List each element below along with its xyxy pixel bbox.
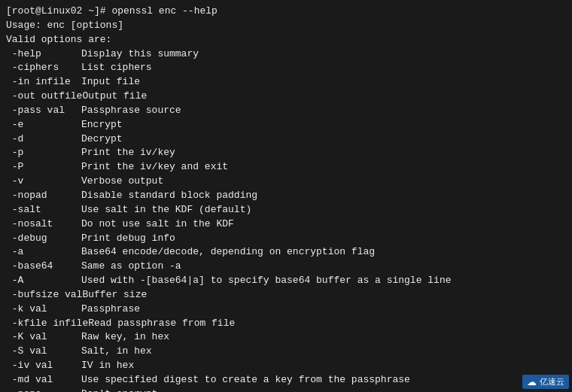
option-desc: Do not use salt in the KDF [81, 217, 234, 232]
terminal-line: -pass valPassphrase source [6, 104, 566, 118]
option-name: -P [6, 160, 81, 175]
option-name: -iv val [6, 359, 81, 373]
terminal-line: Valid options are: [6, 33, 566, 47]
option-desc: Display this summary [81, 47, 199, 62]
terminal-line: -kfile infileRead passphrase from file [6, 317, 566, 331]
terminal-line: -vVerbose output [6, 175, 566, 189]
option-desc: Use specified digest to create a key fro… [81, 373, 410, 387]
option-desc: Don't encrypt [81, 387, 157, 392]
option-desc: Print the iv/key [81, 146, 175, 160]
option-desc: Used with -[base64|a] to specify base64 … [81, 274, 451, 288]
output-line: Valid options are: [6, 33, 111, 47]
watermark-badge: ☁ 亿速云 [522, 375, 569, 389]
terminal-line: -k valPassphrase [6, 302, 566, 317]
terminal-line: -debugPrint debug info [6, 232, 566, 246]
option-desc: Same as option -a [81, 260, 181, 274]
option-name: -p [6, 146, 81, 160]
option-name: -kfile infile [6, 317, 88, 331]
option-name: -nosalt [6, 217, 81, 232]
terminal-line: -saltUse salt in the KDF (default) [6, 203, 566, 217]
option-desc: Use salt in the KDF (default) [81, 203, 251, 217]
option-name: -S val [6, 345, 81, 359]
option-desc: Decrypt [81, 132, 123, 147]
option-name: -pass val [6, 104, 81, 118]
output-line: Usage: enc [options] [6, 19, 123, 33]
option-desc: List ciphers [81, 61, 152, 75]
watermark-text: 亿速云 [540, 376, 564, 387]
option-desc: Print the iv/key and exit [81, 160, 228, 175]
option-name: -out outfile [6, 90, 82, 104]
option-name: -v [6, 175, 81, 189]
option-desc: Salt, in hex [81, 345, 152, 359]
option-name: -debug [6, 232, 81, 246]
option-name: -md val [6, 373, 81, 387]
option-name: -K val [6, 330, 81, 345]
option-name: -salt [6, 203, 81, 217]
option-name: -a [6, 245, 81, 260]
terminal-line: -S valSalt, in hex [6, 345, 566, 359]
option-desc: Buffer size [82, 288, 147, 302]
option-name: -ciphers [6, 61, 81, 75]
option-desc: Encrypt [81, 118, 123, 132]
option-desc: Print debug info [81, 232, 175, 246]
terminal-line: -noneDon't encrypt [6, 387, 566, 392]
terminal-line: -pPrint the iv/key [6, 146, 566, 160]
option-desc: IV in hex [81, 359, 134, 373]
option-name: -nopad [6, 189, 81, 203]
option-desc: Passphrase [81, 302, 140, 317]
option-name: -e [6, 118, 81, 132]
option-desc: Raw key, in hex [81, 330, 169, 345]
terminal-line: -K valRaw key, in hex [6, 330, 566, 345]
terminal-line: -base64Same as option -a [6, 260, 566, 274]
terminal-line: Usage: enc [options] [6, 19, 566, 33]
option-name: -help [6, 47, 81, 62]
terminal-line: [root@Linux02 ~]# openssl enc --help [6, 5, 566, 19]
option-name: -in infile [6, 75, 81, 90]
terminal-line: -eEncrypt [6, 118, 566, 132]
terminal-line: -AUsed with -[base64|a] to specify base6… [6, 274, 566, 288]
terminal-line: -bufsize valBuffer size [6, 288, 566, 302]
option-desc: Output file [82, 90, 147, 104]
terminal-line: -iv valIV in hex [6, 359, 566, 373]
terminal-line: -md valUse specified digest to create a … [6, 373, 566, 387]
option-desc: Input file [81, 75, 140, 90]
option-desc: Passphrase source [81, 104, 181, 118]
option-name: -d [6, 132, 81, 147]
terminal-line: -ciphersList ciphers [6, 61, 566, 75]
terminal-line: -helpDisplay this summary [6, 47, 566, 62]
option-desc: Disable standard block padding [81, 189, 257, 203]
terminal-line: -nosaltDo not use salt in the KDF [6, 217, 566, 232]
option-name: -bufsize val [6, 288, 82, 302]
option-desc: Base64 encode/decode, depending on encry… [81, 245, 375, 260]
option-desc: Read passphrase from file [88, 317, 235, 331]
terminal-window: [root@Linux02 ~]# openssl enc --helpUsag… [0, 0, 572, 392]
terminal-line: -dDecrypt [6, 132, 566, 147]
watermark-icon: ☁ [527, 376, 537, 387]
option-name: -A [6, 274, 81, 288]
terminal-line: -PPrint the iv/key and exit [6, 160, 566, 175]
terminal-line: -out outfileOutput file [6, 90, 566, 104]
terminal-line: -nopadDisable standard block padding [6, 189, 566, 203]
terminal-line: -in infileInput file [6, 75, 566, 90]
option-name: -none [6, 387, 81, 392]
option-name: -k val [6, 302, 81, 317]
prompt-line: [root@Linux02 ~]# openssl enc --help [6, 5, 218, 19]
option-desc: Verbose output [81, 175, 163, 189]
option-name: -base64 [6, 260, 81, 274]
terminal-line: -aBase64 encode/decode, depending on enc… [6, 245, 566, 260]
